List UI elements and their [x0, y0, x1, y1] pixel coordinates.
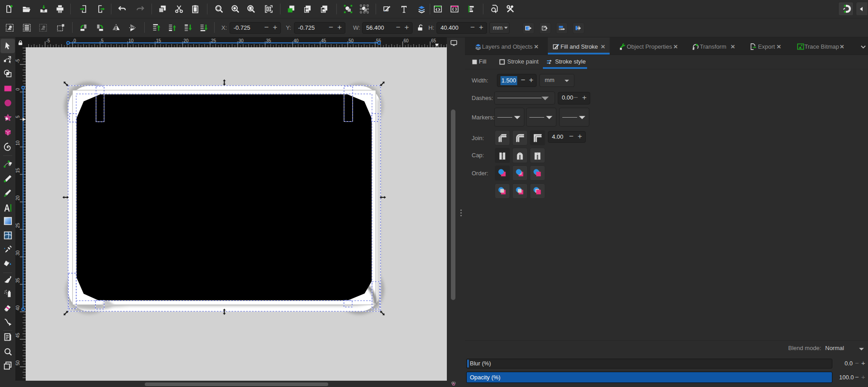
svg-text:30: 30: [239, 38, 244, 43]
svg-text:10: 10: [129, 38, 134, 43]
svg-text:40: 40: [294, 38, 299, 43]
svg-text:30: 30: [16, 250, 21, 256]
svg-text:35: 35: [266, 38, 271, 43]
svg-text:5: 5: [16, 115, 21, 118]
svg-text:15: 15: [156, 38, 161, 43]
svg-text:25: 25: [211, 38, 216, 43]
svg-text:0: 0: [16, 88, 21, 91]
svg-text:25: 25: [16, 223, 21, 228]
svg-text:20: 20: [16, 196, 21, 201]
svg-text:-5: -5: [16, 59, 21, 63]
svg-text:0: 0: [73, 38, 76, 43]
svg-text:45: 45: [321, 38, 326, 43]
svg-text:40: 40: [16, 305, 21, 311]
svg-text:60: 60: [404, 38, 409, 43]
svg-text:35: 35: [16, 278, 21, 283]
svg-text:65: 65: [431, 38, 436, 43]
svg-text:5: 5: [101, 38, 104, 43]
svg-text:50: 50: [349, 38, 354, 43]
svg-text:10: 10: [16, 141, 21, 146]
svg-text:20: 20: [184, 38, 189, 43]
svg-text:-5: -5: [46, 38, 50, 43]
svg-text:15: 15: [16, 168, 21, 173]
svg-text:50: 50: [16, 360, 21, 366]
svg-text:45: 45: [16, 333, 21, 338]
